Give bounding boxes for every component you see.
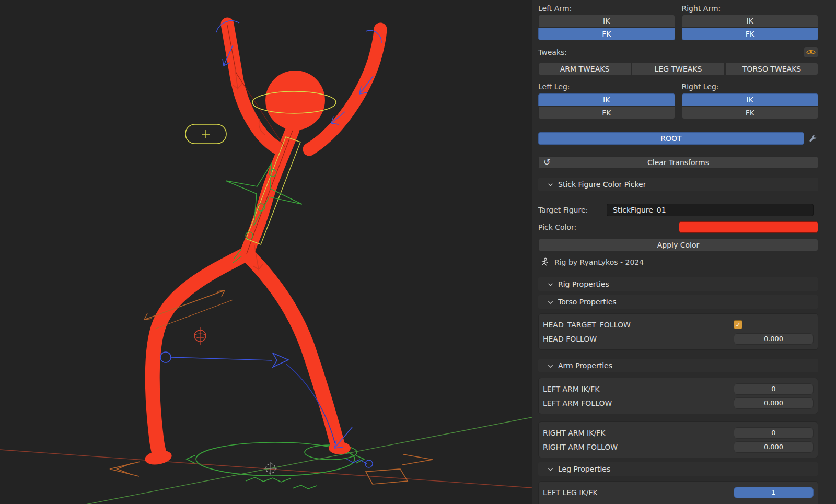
section-torso-properties-title: Torso Properties bbox=[558, 298, 617, 306]
right-arm-ikfk-row: RIGHT ARM IK/FK 0 bbox=[543, 426, 814, 440]
pick-color-swatch[interactable] bbox=[679, 221, 818, 233]
left-leg-ikfk-value-field[interactable]: 1 bbox=[734, 487, 814, 498]
chevron-down-icon bbox=[547, 281, 554, 288]
wrench-icon[interactable] bbox=[808, 133, 818, 144]
rig-panel: Left Arm: Right Arm: IK FK IK FK Tweaks: bbox=[532, 0, 836, 504]
axis-lines bbox=[0, 417, 532, 504]
arm-ikfk-row: IK FK IK FK bbox=[538, 15, 818, 40]
left-leg-ikfk-label: LEFT LEG IK/FK bbox=[543, 488, 598, 497]
section-torso-properties[interactable]: Torso Properties bbox=[538, 295, 818, 309]
rig-credit-text: Rig by RyanLykos - 2024 bbox=[554, 258, 644, 266]
right-leg-ik-button[interactable]: IK bbox=[682, 93, 819, 106]
leg-properties-box: LEFT LEG IK/FK 1 bbox=[538, 481, 818, 504]
left-arm-follow-label: LEFT ARM FOLLOW bbox=[543, 399, 612, 407]
target-figure-label: Target Figure: bbox=[538, 206, 607, 214]
pick-color-label: Pick Color: bbox=[538, 223, 576, 231]
right-arm-follow-label: RIGHT ARM FOLLOW bbox=[543, 443, 618, 451]
right-arm-ikfk-value-field[interactable]: 0 bbox=[734, 427, 814, 439]
right-leg-label: Right Leg: bbox=[682, 81, 819, 92]
chevron-down-icon bbox=[547, 362, 554, 369]
left-arm-follow-row: LEFT ARM FOLLOW 0.000 bbox=[543, 396, 814, 410]
section-arm-properties-title: Arm Properties bbox=[558, 361, 612, 370]
tweaks-visibility-button[interactable] bbox=[804, 46, 818, 58]
right-arm-ik-button[interactable]: IK bbox=[682, 15, 819, 27]
torso-tweaks-button[interactable]: TORSO TWEAKS bbox=[725, 63, 818, 75]
chevron-down-icon bbox=[547, 299, 554, 306]
head-target-follow-label: HEAD_TARGET_FOLLOW bbox=[543, 321, 631, 329]
root-row: ROOT bbox=[538, 132, 818, 145]
arm-tweaks-button[interactable]: ARM TWEAKS bbox=[538, 63, 631, 75]
chevron-down-icon bbox=[547, 181, 554, 188]
leg-tweaks-button[interactable]: LEG TWEAKS bbox=[632, 63, 725, 75]
rig-widgets[interactable] bbox=[144, 21, 381, 467]
section-arm-properties[interactable]: Arm Properties bbox=[538, 359, 818, 372]
head-follow-row: HEAD FOLLOW 0.000 bbox=[543, 332, 814, 346]
section-color-picker[interactable]: Stick Figure Color Picker bbox=[538, 178, 818, 191]
head-follow-label: HEAD FOLLOW bbox=[543, 335, 597, 343]
head-target-follow-row: HEAD_TARGET_FOLLOW ✓ bbox=[543, 318, 814, 332]
right-arm-properties-box: RIGHT ARM IK/FK 0 RIGHT ARM FOLLOW 0.000 bbox=[538, 421, 818, 458]
root-button[interactable]: ROOT bbox=[538, 132, 804, 145]
app-window: Left Arm: Right Arm: IK FK IK FK Tweaks: bbox=[0, 0, 836, 504]
left-arm-label: Left Arm: bbox=[538, 3, 675, 14]
left-arm-ikfk-row: LEFT ARM IK/FK 0 bbox=[543, 382, 814, 396]
leg-labels-row: Left Leg: Right Leg: bbox=[538, 81, 818, 92]
section-rig-properties-title: Rig Properties bbox=[558, 280, 609, 288]
right-arm-follow-row: RIGHT ARM FOLLOW 0.000 bbox=[543, 440, 814, 454]
leg-ikfk-row: IK FK IK FK bbox=[538, 93, 818, 119]
left-arm-ikfk-value-field[interactable]: 0 bbox=[734, 383, 814, 395]
left-leg-ikfk-row: LEFT LEG IK/FK 1 bbox=[543, 485, 814, 499]
target-figure-row: Target Figure: StickFigure_01 bbox=[538, 204, 818, 216]
left-arm-properties-box: LEFT ARM IK/FK 0 LEFT ARM FOLLOW 0.000 bbox=[538, 378, 818, 414]
left-leg-fk-button[interactable]: FK bbox=[538, 107, 675, 119]
rig-credit: Rig by RyanLykos - 2024 bbox=[538, 257, 818, 267]
arm-labels-row: Left Arm: Right Arm: bbox=[538, 3, 818, 14]
armature-icon bbox=[540, 257, 550, 267]
target-figure-input[interactable]: StickFigure_01 bbox=[607, 204, 814, 216]
chevron-down-icon bbox=[547, 466, 554, 473]
left-leg-ik-button[interactable]: IK bbox=[538, 93, 675, 106]
left-arm-fk-button[interactable]: FK bbox=[538, 28, 675, 40]
right-leg-fk-button[interactable]: FK bbox=[682, 107, 819, 119]
torso-properties-box: HEAD_TARGET_FOLLOW ✓ HEAD FOLLOW 0.000 bbox=[538, 313, 818, 350]
left-arm-ik-button[interactable]: IK bbox=[538, 15, 675, 27]
tweaks-label: Tweaks: bbox=[538, 48, 567, 56]
pick-color-row: Pick Color: bbox=[538, 221, 818, 233]
right-arm-ikfk-label: RIGHT ARM IK/FK bbox=[543, 429, 605, 437]
viewport-3d[interactable] bbox=[0, 0, 532, 504]
tweaks-buttons-row: ARM TWEAKS LEG TWEAKS TORSO TWEAKS bbox=[538, 63, 818, 75]
right-arm-fk-button[interactable]: FK bbox=[682, 28, 819, 40]
left-arm-follow-value-field[interactable]: 0.000 bbox=[734, 397, 814, 409]
left-leg-label: Left Leg: bbox=[538, 81, 675, 92]
head-target-follow-checkbox[interactable]: ✓ bbox=[734, 320, 742, 329]
section-rig-properties[interactable]: Rig Properties bbox=[538, 277, 818, 291]
head-follow-value-field[interactable]: 0.000 bbox=[734, 333, 814, 345]
clear-transforms-button[interactable]: Clear Transforms bbox=[538, 156, 818, 169]
section-leg-properties[interactable]: Leg Properties bbox=[538, 462, 818, 476]
right-arm-label: Right Arm: bbox=[682, 3, 819, 14]
section-leg-properties-title: Leg Properties bbox=[558, 465, 610, 473]
undo-icon: ↺ bbox=[543, 157, 550, 168]
viewport-scene bbox=[0, 0, 532, 504]
right-arm-follow-value-field[interactable]: 0.000 bbox=[734, 441, 814, 453]
section-color-picker-title: Stick Figure Color Picker bbox=[558, 180, 646, 189]
apply-color-row: Apply Color bbox=[538, 239, 818, 251]
tweaks-header-row: Tweaks: bbox=[538, 46, 818, 58]
eye-icon bbox=[806, 49, 816, 56]
apply-color-button[interactable]: Apply Color bbox=[538, 239, 818, 251]
left-arm-ikfk-label: LEFT ARM IK/FK bbox=[543, 385, 600, 393]
clear-transforms-row: Clear Transforms ↺ bbox=[538, 156, 818, 169]
stick-figure[interactable] bbox=[144, 24, 380, 466]
